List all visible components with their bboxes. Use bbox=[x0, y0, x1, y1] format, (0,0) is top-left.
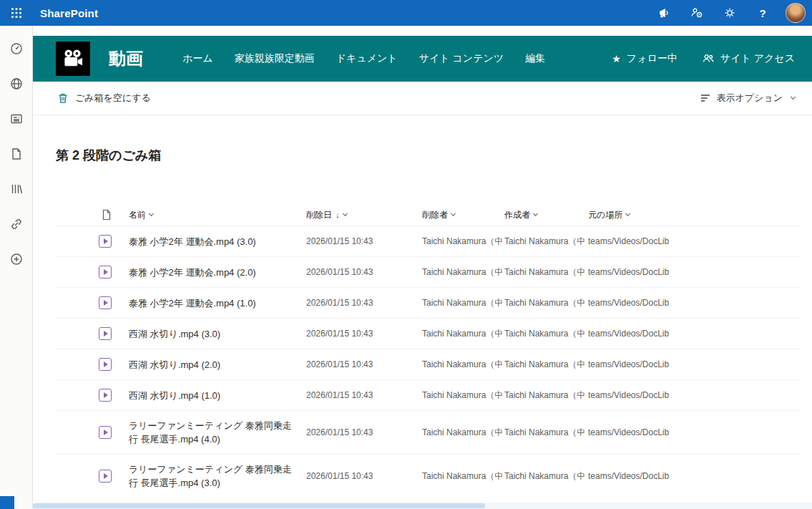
nav-item-home[interactable]: ホーム bbox=[182, 52, 213, 65]
created-by-cell: Taichi Nakamura（中 bbox=[504, 470, 588, 483]
created-by-cell: Taichi Nakamura（中 bbox=[504, 359, 588, 371]
sort-descending-icon: ↓ bbox=[336, 210, 340, 219]
original-location-cell: teams/Videos/DocLib bbox=[588, 427, 801, 437]
site-access-label: サイト アクセス bbox=[720, 52, 795, 65]
people-icon bbox=[702, 52, 715, 65]
app-launcher-button[interactable] bbox=[0, 0, 33, 26]
table-row[interactable]: 西湖 水切り.mp4 (2.0) 2026/01/15 10:43 Taichi… bbox=[56, 349, 801, 379]
empty-recycle-bin-button[interactable]: ごみ箱を空にする bbox=[57, 92, 151, 105]
table-row[interactable]: 泰雅 小学2年 運動会.mp4 (2.0) 2026/01/15 10:43 T… bbox=[56, 256, 801, 287]
gear-icon bbox=[723, 6, 736, 19]
column-header-name[interactable]: 名前 bbox=[129, 209, 306, 221]
play-icon bbox=[104, 430, 108, 435]
table-row[interactable]: 西湖 水切り.mp4 (3.0) 2026/01/15 10:43 Taichi… bbox=[56, 318, 801, 349]
link-button[interactable] bbox=[9, 217, 24, 231]
site-nav: ホーム 家族親族限定動画 ドキュメント サイト コンテンツ 編集 bbox=[182, 52, 545, 65]
table-row[interactable]: ラリーファンミーティング 泰雅同乗走行 長尾選手.mp4 (3.0) 2026/… bbox=[56, 454, 801, 498]
follow-label: フォロー中 bbox=[627, 52, 678, 65]
settings-button[interactable] bbox=[713, 0, 746, 26]
video-file-icon bbox=[99, 235, 112, 248]
nav-item-edit[interactable]: 編集 bbox=[525, 52, 545, 65]
deleted-date-cell: 2026/01/15 10:43 bbox=[306, 329, 422, 339]
link-icon bbox=[9, 217, 24, 231]
follow-button[interactable]: ★ フォロー中 bbox=[612, 52, 678, 65]
library-button[interactable] bbox=[9, 182, 24, 196]
command-bar: ごみ箱を空にする 表示オプション bbox=[33, 82, 812, 115]
global-home-button[interactable] bbox=[9, 42, 24, 56]
site-header: 動画 ホーム 家族親族限定動画 ドキュメント サイト コンテンツ 編集 ★ フォ… bbox=[33, 36, 812, 82]
file-name-link[interactable]: ラリーファンミーティング 泰雅同乗走行 長尾選手.mp4 (4.0) bbox=[129, 411, 306, 454]
announcements-button[interactable] bbox=[647, 0, 680, 26]
account-button[interactable] bbox=[779, 0, 812, 26]
deleted-date-cell: 2026/01/15 10:43 bbox=[306, 236, 422, 246]
file-type-column-icon bbox=[102, 209, 112, 220]
deleted-date-cell: 2026/01/15 10:43 bbox=[306, 390, 422, 400]
globe-icon bbox=[9, 77, 24, 91]
deleted-by-cell: Taichi Nakamura（中 bbox=[422, 236, 504, 248]
table-row[interactable]: ラリーファンミーティング 泰雅同乗走行 長尾選手.mp4 (4.0) 2026/… bbox=[56, 410, 801, 454]
table-header: 名前 削除日 ↓ 削除者 作成者 元の場所 bbox=[56, 204, 801, 226]
table-row[interactable]: 泰雅 小学2年 運動会.mp4 (3.0) 2026/01/15 10:43 T… bbox=[56, 226, 801, 256]
nav-item-documents[interactable]: ドキュメント bbox=[336, 52, 398, 65]
chevron-down-icon bbox=[625, 210, 630, 215]
file-name-link[interactable]: 西湖 水切り.mp4 (2.0) bbox=[129, 350, 306, 379]
library-icon bbox=[9, 182, 24, 196]
document-icon bbox=[9, 147, 24, 161]
created-by-cell: Taichi Nakamura（中 bbox=[504, 389, 588, 402]
nav-item-family-videos[interactable]: 家族親族限定動画 bbox=[235, 52, 315, 65]
deleted-date-cell: 2026/01/15 10:43 bbox=[306, 267, 422, 277]
display-options-button[interactable]: 表示オプション bbox=[700, 92, 795, 105]
deleted-by-cell: Taichi Nakamura（中 bbox=[422, 328, 504, 340]
admin-button[interactable] bbox=[680, 0, 713, 26]
play-icon bbox=[104, 392, 108, 398]
person-gear-icon bbox=[690, 6, 703, 19]
play-icon bbox=[104, 331, 108, 336]
deleted-date-cell: 2026/01/15 10:43 bbox=[306, 359, 422, 369]
video-file-icon bbox=[99, 426, 112, 439]
column-header-created-by[interactable]: 作成者 bbox=[504, 209, 588, 221]
scrollbar-thumb[interactable] bbox=[33, 503, 485, 508]
original-location-cell: teams/Videos/DocLib bbox=[588, 236, 801, 246]
deleted-by-cell: Taichi Nakamura（中 bbox=[422, 297, 504, 309]
file-name-link[interactable]: 泰雅 小学2年 運動会.mp4 (3.0) bbox=[129, 227, 306, 256]
horizontal-scrollbar[interactable] bbox=[33, 503, 812, 509]
page-title: 第 2 段階のごみ箱 bbox=[56, 147, 801, 164]
my-sites-button[interactable] bbox=[9, 77, 24, 91]
deleted-by-cell: Taichi Nakamura（中 bbox=[422, 266, 504, 278]
deleted-by-cell: Taichi Nakamura（中 bbox=[422, 470, 504, 483]
file-type-cell bbox=[56, 411, 129, 454]
file-name-link[interactable]: 西湖 水切り.mp4 (3.0) bbox=[129, 319, 306, 349]
news-button[interactable] bbox=[9, 112, 24, 126]
column-header-deleted-date[interactable]: 削除日 ↓ bbox=[306, 209, 422, 221]
pages-button[interactable] bbox=[9, 147, 24, 161]
created-by-cell: Taichi Nakamura（中 bbox=[504, 266, 588, 278]
app-name[interactable]: SharePoint bbox=[40, 7, 98, 19]
news-icon bbox=[9, 112, 24, 126]
table-row[interactable]: 西湖 水切り.mp4 (1.0) 2026/01/15 10:43 Taichi… bbox=[56, 379, 801, 410]
help-button[interactable]: ? bbox=[746, 0, 779, 26]
file-name-link[interactable]: 西湖 水切り.mp4 (1.0) bbox=[129, 381, 306, 410]
site-access-button[interactable]: サイト アクセス bbox=[702, 52, 795, 65]
display-options-label: 表示オプション bbox=[716, 92, 783, 105]
file-type-cell bbox=[56, 455, 129, 498]
column-header-deleted-by[interactable]: 削除者 bbox=[422, 209, 504, 221]
video-file-icon bbox=[99, 470, 112, 483]
site-title[interactable]: 動画 bbox=[109, 47, 143, 70]
file-type-cell bbox=[56, 288, 129, 318]
play-icon bbox=[104, 473, 108, 479]
file-name-link[interactable]: ラリーファンミーティング 泰雅同乗走行 長尾選手.mp4 (3.0) bbox=[129, 455, 306, 498]
column-header-original-location[interactable]: 元の場所 bbox=[588, 209, 801, 221]
site-logo[interactable] bbox=[56, 42, 90, 76]
empty-recycle-bin-label: ごみ箱を空にする bbox=[75, 92, 151, 105]
play-icon bbox=[104, 300, 108, 306]
file-name-link[interactable]: 泰雅 小学2年 運動会.mp4 (1.0) bbox=[129, 289, 306, 318]
dial-icon bbox=[9, 42, 24, 56]
table-row[interactable]: 泰雅 小学2年 運動会.mp4 (1.0) 2026/01/15 10:43 T… bbox=[56, 287, 801, 318]
movie-camera-icon bbox=[61, 47, 85, 71]
nav-item-site-contents[interactable]: サイト コンテンツ bbox=[419, 52, 504, 65]
created-by-cell: Taichi Nakamura（中 bbox=[504, 297, 588, 309]
deleted-date-cell: 2026/01/15 10:43 bbox=[306, 298, 422, 308]
file-type-cell bbox=[56, 380, 129, 410]
create-button[interactable] bbox=[9, 252, 24, 266]
file-name-link[interactable]: 泰雅 小学2年 運動会.mp4 (2.0) bbox=[129, 258, 306, 287]
